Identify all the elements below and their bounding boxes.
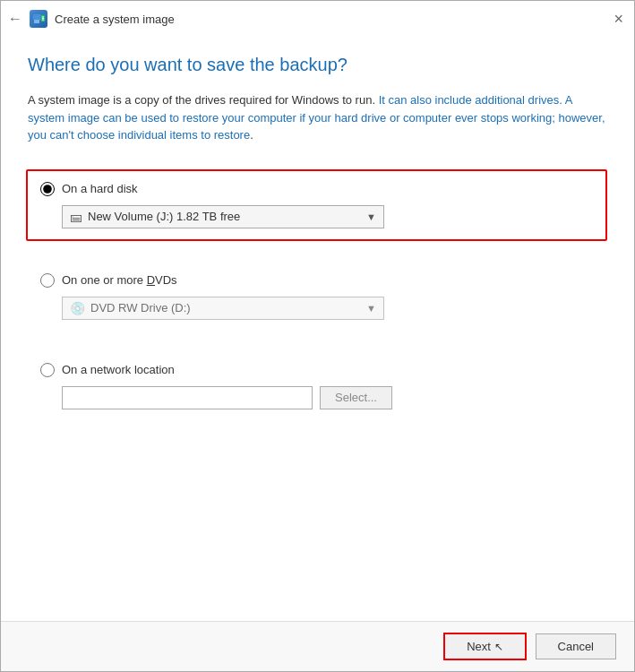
- dvd-radio-row: On one or more DVDs: [40, 273, 595, 288]
- title-bar-left: ← Create a system image: [8, 10, 175, 28]
- network-section: On a network location Select...: [28, 352, 607, 420]
- select-button[interactable]: Select...: [320, 386, 392, 409]
- cursor-icon: ↖: [494, 641, 503, 653]
- dvd-dropdown-arrow: ▼: [366, 303, 376, 314]
- hard-disk-dropdown-value: New Volume (J:) 1.82 TB free: [88, 210, 361, 223]
- next-button[interactable]: Next ↖: [443, 633, 526, 660]
- network-radio[interactable]: [40, 363, 55, 377]
- dvd-section: On one or more DVDs 💿 DVD RW Drive (D:) …: [28, 263, 607, 331]
- network-radio-row: On a network location: [40, 363, 595, 377]
- hard-disk-label-text: On a hard disk: [62, 182, 138, 195]
- hard-disk-dropdown[interactable]: 🖴 New Volume (J:) 1.82 TB free ▼: [62, 205, 384, 228]
- window: ← Create a system image × Where do you w…: [0, 0, 635, 672]
- dvd-label: On one or more DVDs: [62, 273, 177, 287]
- svg-rect-1: [34, 20, 39, 23]
- description: A system image is a copy of the drives r…: [28, 91, 607, 144]
- title-bar: ← Create a system image ×: [1, 1, 634, 37]
- footer: Next ↖ Cancel: [1, 621, 634, 671]
- hard-disk-icon: 🖴: [70, 210, 82, 224]
- hard-disk-label: On a hard disk: [62, 182, 138, 195]
- back-button[interactable]: ←: [8, 11, 22, 27]
- dvd-label-prefix: On one or more: [62, 273, 147, 287]
- svg-rect-0: [32, 13, 41, 21]
- dvd-dropdown[interactable]: 💿 DVD RW Drive (D:) ▼: [62, 297, 384, 320]
- hard-disk-section: On a hard disk 🖴 New Volume (J:) 1.82 TB…: [26, 169, 607, 241]
- svg-rect-3: [42, 17, 44, 18]
- page-heading: Where do you want to save the backup?: [28, 55, 607, 75]
- desc-end: .: [250, 128, 253, 142]
- dvd-radio[interactable]: [40, 273, 55, 288]
- hard-disk-radio[interactable]: [40, 182, 55, 196]
- network-path-input[interactable]: [62, 386, 313, 409]
- desc-link[interactable]: individual items to restore: [118, 128, 250, 142]
- window-icon: [30, 10, 47, 28]
- hard-disk-dropdown-row: 🖴 New Volume (J:) 1.82 TB free ▼: [62, 205, 593, 228]
- svg-rect-5: [42, 20, 44, 21]
- hard-disk-dropdown-arrow: ▼: [366, 211, 376, 222]
- network-label: On a network location: [62, 363, 175, 376]
- dvd-icon: 💿: [70, 301, 85, 315]
- dvd-dropdown-row: 💿 DVD RW Drive (D:) ▼: [62, 297, 595, 320]
- hard-disk-radio-row: On a hard disk: [40, 182, 593, 196]
- close-button[interactable]: ×: [614, 11, 623, 27]
- dvd-label-suffix: VDs: [155, 273, 177, 287]
- main-content: Where do you want to save the backup? A …: [1, 37, 634, 621]
- next-label: Next: [467, 640, 491, 653]
- dvd-label-d: D: [147, 273, 155, 287]
- network-input-row: Select...: [62, 386, 595, 409]
- dvd-dropdown-value: DVD RW Drive (D:): [90, 301, 361, 314]
- svg-rect-4: [42, 18, 44, 19]
- desc-part1: A system image is a copy of the drives r…: [28, 93, 379, 107]
- cancel-button[interactable]: Cancel: [536, 633, 616, 659]
- window-title: Create a system image: [55, 13, 175, 26]
